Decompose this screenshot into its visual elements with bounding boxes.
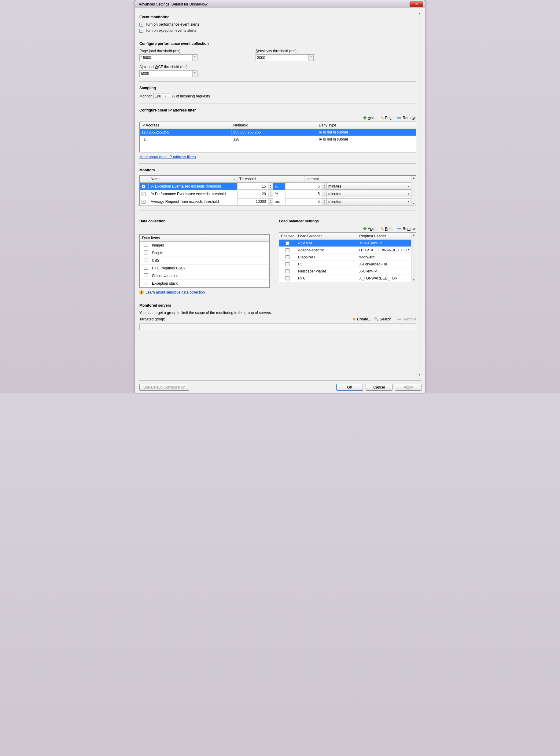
- load-balancer-grid[interactable]: Enabled Load Balancer Request Header AKA…: [279, 232, 416, 282]
- sensitivity-input[interactable]: [256, 55, 308, 61]
- monitor-row[interactable]: % Performance Events/sec exceeds thresho…: [140, 190, 411, 198]
- lb-row[interactable]: Cisco/NATx-forward: [279, 254, 411, 261]
- data-item-row[interactable]: Global variables: [140, 272, 269, 280]
- page-load-label: Page load threshold (ms):: [139, 49, 243, 53]
- ip-row[interactable]: 110.255.255.255255.255.255.255IP is not …: [140, 129, 416, 136]
- ip-remove-button[interactable]: Remove: [397, 115, 416, 120]
- interval-spin[interactable]: ▲▼: [322, 198, 327, 205]
- interval-unit-dropdown[interactable]: minutes▼: [327, 183, 411, 190]
- data-item-checkbox[interactable]: [144, 243, 148, 247]
- threshold-spin[interactable]: ▲▼: [268, 191, 273, 197]
- threshold-unit: %: [273, 183, 285, 190]
- sampling-dropdown[interactable]: 100 ▼: [154, 93, 170, 99]
- ajax-spin-buttons[interactable]: ▲▼: [192, 70, 197, 77]
- interval-unit-dropdown[interactable]: minutes▼: [327, 191, 411, 197]
- scroll-pane: Event monitoring Turn on performance eve…: [139, 11, 422, 377]
- lb-scrollbar[interactable]: ▲ ▼: [411, 233, 416, 282]
- page-load-spinbox[interactable]: ▲▼: [139, 55, 198, 61]
- interval-spin[interactable]: ▲▼: [322, 183, 327, 190]
- monitors-header: Name▲ Threshold Interval: [140, 176, 411, 183]
- create-button[interactable]: ✸Create...: [353, 317, 371, 322]
- pane-scrollbar[interactable]: ▲ ▼: [417, 11, 422, 377]
- ajax-input[interactable]: [140, 70, 192, 77]
- data-items-table[interactable]: Data Items ImagesScriptsCSSHTC (requires…: [139, 234, 269, 288]
- close-button[interactable]: ✕: [409, 2, 423, 7]
- lb-row[interactable]: Apache-specificHTTP_X_FORWARDED_FOR: [279, 247, 411, 254]
- lb-row[interactable]: F5X-Forwarded-For: [279, 261, 411, 268]
- threshold-input[interactable]: 10000: [238, 198, 268, 205]
- ip-edit-button[interactable]: ✎Edit...: [381, 115, 395, 120]
- cancel-button[interactable]: Cancel: [365, 384, 393, 391]
- sensitivity-label: Sensitivity threshold (ms):: [256, 49, 359, 53]
- exception-alerts-checkbox[interactable]: [139, 29, 143, 33]
- lb-enabled-checkbox[interactable]: [285, 269, 289, 273]
- ip-filter-toolbar: ✚Add... ✎Edit... Remove: [139, 115, 416, 120]
- data-item-row[interactable]: Scripts: [140, 249, 269, 257]
- ajax-spinbox[interactable]: ▲▼: [139, 70, 198, 77]
- threshold-input[interactable]: 20: [238, 191, 268, 197]
- monitors-scrollbar[interactable]: ▲ ▼: [411, 176, 416, 206]
- col-name[interactable]: Name▲: [149, 176, 238, 182]
- lb-enabled-checkbox[interactable]: [285, 248, 289, 252]
- col-threshold[interactable]: Threshold: [238, 176, 305, 182]
- lb-edit-button[interactable]: ✎Edit...: [381, 226, 395, 231]
- page-load-input[interactable]: [140, 55, 192, 61]
- ip-row[interactable]: ::1128IP is not in subnet: [140, 136, 416, 143]
- col-deny[interactable]: Deny Type: [317, 122, 416, 129]
- sensitivity-spin-buttons[interactable]: ▲▼: [308, 55, 313, 61]
- col-mask[interactable]: Netmask: [232, 122, 317, 129]
- data-item-row[interactable]: Exception stack: [140, 280, 269, 288]
- interval-unit-dropdown[interactable]: minutes▼: [327, 198, 411, 205]
- perf-alerts-checkbox[interactable]: [139, 23, 143, 26]
- monitors-grid[interactable]: Name▲ Threshold Interval % Exception Eve…: [139, 175, 416, 206]
- separator: [139, 104, 416, 104]
- data-item-row[interactable]: HTC (requires CSS): [140, 265, 269, 272]
- col-ip[interactable]: IP Address: [140, 122, 232, 129]
- ip-add-button[interactable]: ✚Add...: [363, 115, 377, 120]
- monitor-checkbox[interactable]: [142, 200, 145, 204]
- mask-cell: 255.255.255.255: [232, 129, 317, 135]
- sensitivity-spinbox[interactable]: ▲▼: [256, 55, 314, 61]
- interval-input[interactable]: 5: [285, 183, 322, 190]
- page-load-spin-buttons[interactable]: ▲▼: [192, 55, 197, 61]
- monitor-row[interactable]: % Exception Events/sec exceeds threshold…: [140, 183, 411, 190]
- data-item-checkbox[interactable]: [144, 281, 148, 285]
- targeted-group-label: Targeted group:: [139, 317, 165, 321]
- data-item-row[interactable]: Images: [140, 241, 269, 249]
- threshold-spin[interactable]: ▲▼: [268, 183, 273, 190]
- data-item-checkbox[interactable]: [144, 273, 148, 277]
- lb-row[interactable]: AKAMAITrue-Client-IP: [279, 240, 411, 247]
- col-lb-name[interactable]: Load Balancer: [296, 233, 357, 239]
- data-item-checkbox[interactable]: [144, 258, 148, 262]
- data-item-checkbox[interactable]: [144, 266, 148, 270]
- lb-row[interactable]: Netscape/iPlanetX-Client-IP: [279, 268, 411, 275]
- threshold-input[interactable]: 15: [238, 183, 268, 190]
- exception-alerts-label: Turn on exception events alerts: [145, 28, 196, 33]
- monitor-checkbox[interactable]: [142, 185, 145, 188]
- col-request-header[interactable]: Request Header: [357, 233, 411, 239]
- interval-spin[interactable]: ▲▼: [322, 191, 327, 197]
- data-item-row[interactable]: CSS: [140, 257, 269, 265]
- interval-input[interactable]: 5: [285, 191, 322, 197]
- monitor-checkbox[interactable]: [142, 192, 145, 196]
- lb-enabled-checkbox[interactable]: [285, 241, 289, 245]
- remove-icon: [397, 228, 401, 229]
- search-button[interactable]: 🔍Search...: [374, 317, 394, 322]
- ajax-label: Ajax and WCF threshold (ms):: [139, 65, 416, 69]
- ip-more-link[interactable]: More about client IP address filters: [139, 155, 196, 159]
- col-interval[interactable]: Interval: [305, 176, 411, 182]
- monitor-row[interactable]: Average Request Time exceeds threshold10…: [140, 198, 411, 206]
- lb-add-button[interactable]: ✚Add...: [363, 226, 377, 231]
- sensitive-data-link[interactable]: Learn about sensitive data collection: [145, 290, 205, 294]
- lb-enabled-checkbox[interactable]: [285, 262, 289, 266]
- col-enabled[interactable]: Enabled: [279, 233, 296, 239]
- threshold-spin[interactable]: ▲▼: [268, 198, 273, 205]
- lb-remove-button[interactable]: Remove: [397, 226, 416, 231]
- lb-row[interactable]: RFCX_FORWARDED_FOR: [279, 275, 411, 282]
- data-item-checkbox[interactable]: [144, 250, 148, 254]
- ip-filter-grid[interactable]: IP Address Netmask Deny Type 110.255.255…: [139, 122, 416, 152]
- ok-button[interactable]: OK: [336, 384, 363, 391]
- interval-input[interactable]: 5: [285, 198, 322, 205]
- lb-enabled-checkbox[interactable]: [285, 276, 289, 280]
- lb-enabled-checkbox[interactable]: [285, 255, 289, 259]
